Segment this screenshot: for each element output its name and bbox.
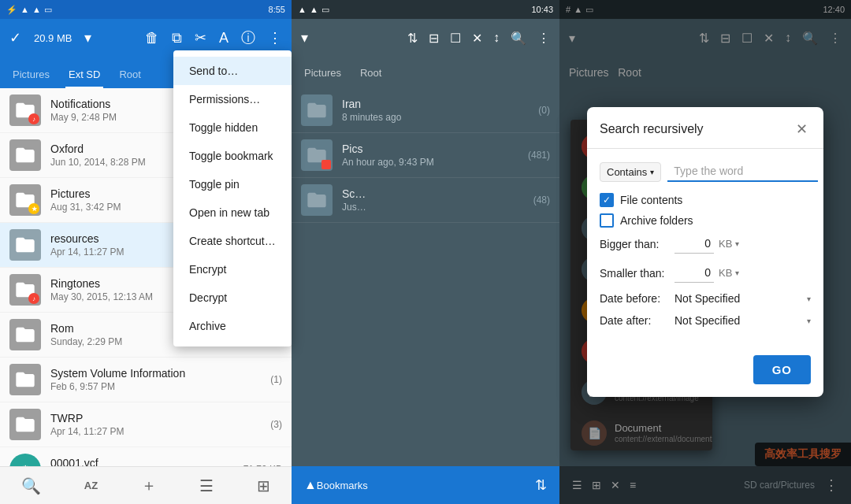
list-item-mid[interactable]: Pics An hour ago, 9:43 PM (481) bbox=[292, 133, 559, 178]
folder-icon bbox=[9, 319, 41, 350]
find-icon[interactable]: 🔍 bbox=[511, 31, 526, 46]
tab-pictures[interactable]: Pictures bbox=[9, 62, 53, 88]
folder-icon: ★ bbox=[9, 184, 41, 216]
smaller-than-label: Smaller than: bbox=[600, 267, 674, 280]
file-contents-row: ✓ File contents bbox=[600, 193, 811, 207]
file-name: System Volume Information bbox=[50, 367, 270, 380]
ctx-item-3[interactable]: Toggle bookmark bbox=[173, 142, 292, 170]
ctx-item-7[interactable]: Encrypt bbox=[173, 255, 292, 284]
file-contents-checkbox[interactable]: ✓ bbox=[600, 193, 614, 207]
bigger-dropdown-icon[interactable]: ▾ bbox=[735, 239, 739, 248]
file-name: TWRP bbox=[50, 412, 270, 424]
list-item[interactable]: ⚙ 00001.vcf Sep 1, 2014, 11:48 AM 71.70 … bbox=[0, 447, 292, 466]
grid-toggle-icon[interactable]: ⊟ bbox=[429, 31, 439, 46]
cut-icon[interactable]: ✂ bbox=[195, 29, 206, 46]
ctx-item-6[interactable]: Create shortcut… bbox=[173, 227, 292, 255]
list-view-icon[interactable]: ☰ bbox=[199, 476, 214, 495]
bottom-bar-left: 🔍 AZ ＋ ☰ ⊞ bbox=[0, 466, 292, 504]
smaller-than-input[interactable] bbox=[674, 263, 714, 283]
file-list-mid: Iran 8 minutes ago (0) Pics An hour ago,… bbox=[292, 88, 559, 466]
info-icon[interactable]: ⓘ bbox=[241, 28, 255, 47]
folder-icon bbox=[9, 409, 41, 440]
smaller-than-row: Smaller than: KB ▾ bbox=[600, 263, 811, 283]
date-before-row: Date before: Not Specified ▾ bbox=[600, 292, 811, 305]
context-menu: Send to…Permissions…Toggle hiddenToggle … bbox=[173, 50, 292, 346]
tab-bar-mid: Pictures Root bbox=[292, 57, 559, 88]
ctx-item-2[interactable]: Toggle hidden bbox=[173, 113, 292, 142]
dialog-overlay: Search recursively ✕ Contains ▾ ✓ File c… bbox=[559, 0, 851, 504]
bigger-than-label: Bigger than: bbox=[600, 238, 674, 250]
signal-icon-left: ▲ bbox=[32, 5, 41, 14]
az-sort-icon[interactable]: AZ bbox=[84, 480, 98, 491]
search-word-input[interactable] bbox=[667, 161, 818, 182]
copy-icon[interactable]: ⧉ bbox=[172, 30, 182, 46]
folder-icon bbox=[9, 229, 41, 261]
chevron-down-icon[interactable]: ▾ bbox=[301, 29, 308, 46]
list-item-mid[interactable]: Iran 8 minutes ago (0) bbox=[292, 88, 559, 133]
file-date: Apr 14, 11:27 PM bbox=[50, 426, 270, 437]
chevron-up-icon[interactable]: ▲ bbox=[304, 478, 317, 492]
list-item-mid[interactable]: Sc… Jus… (48) bbox=[292, 178, 559, 223]
text-format-icon[interactable]: A bbox=[219, 30, 229, 46]
bigger-than-input[interactable] bbox=[674, 234, 714, 254]
tab-root[interactable]: Root bbox=[116, 62, 143, 88]
bigger-than-unit: KB bbox=[719, 238, 732, 250]
dialog-footer: GO bbox=[587, 349, 823, 397]
archive-folders-label: Archive folders bbox=[620, 214, 693, 227]
delete-mid-icon[interactable]: ✕ bbox=[472, 31, 482, 46]
date-before-label: Date before: bbox=[600, 292, 674, 305]
ctx-item-4[interactable]: Toggle pin bbox=[173, 170, 292, 198]
right-panel: # ▲ ▭ 12:40 ▾ ⇅ ⊟ ☐ ✕ ↕ 🔍 ⋮ Pictures Roo… bbox=[559, 0, 851, 504]
more-mid-icon[interactable]: ⋮ bbox=[537, 31, 550, 46]
go-button[interactable]: GO bbox=[753, 355, 811, 384]
tab-mid-root[interactable]: Root bbox=[357, 61, 385, 85]
left-panel: ⚡ ▲ ▲ ▭ 8:55 ✓ 20.9 MB ▾ 🗑 ⧉ ✂ A ⓘ ⋮ Pic… bbox=[0, 0, 292, 504]
dropdown-icon[interactable]: ▾ bbox=[84, 29, 91, 46]
file-count: (1) bbox=[270, 374, 282, 385]
ctx-item-8[interactable]: Decrypt bbox=[173, 284, 292, 312]
more-icon[interactable]: ⋮ bbox=[268, 29, 282, 46]
dialog-close-button[interactable]: ✕ bbox=[792, 120, 811, 139]
search-dialog: Search recursively ✕ Contains ▾ ✓ File c… bbox=[587, 107, 823, 397]
archive-folders-checkbox[interactable] bbox=[600, 213, 614, 228]
reorder-icon[interactable]: ⇅ bbox=[535, 476, 547, 494]
sort-icon[interactable]: ⇅ bbox=[407, 31, 418, 46]
ctx-item-0[interactable]: Send to… bbox=[173, 57, 292, 85]
date-before-dropdown-icon[interactable]: ▾ bbox=[807, 295, 811, 303]
date-after-value: Not Specified bbox=[674, 314, 807, 327]
file-icon-vcf: ⚙ bbox=[9, 454, 41, 466]
date-after-dropdown-icon[interactable]: ▾ bbox=[807, 317, 811, 325]
folder-icon-mid bbox=[301, 94, 333, 126]
ctx-item-9[interactable]: Archive bbox=[173, 312, 292, 340]
middle-panel: ▲ ▲ ▭ 10:43 ▾ ⇅ ⊟ ☐ ✕ ↕ 🔍 ⋮ Pictures Roo… bbox=[292, 0, 559, 504]
folder-icon: ♪ bbox=[9, 274, 41, 306]
badge-yellow: ★ bbox=[28, 203, 39, 214]
search-bottom-icon[interactable]: 🔍 bbox=[21, 476, 41, 495]
wifi-icon-left: ▲ bbox=[20, 5, 29, 14]
wifi-icon-mid: ▲ bbox=[310, 5, 318, 14]
move-icon[interactable]: ↕ bbox=[493, 31, 500, 45]
check-icon[interactable]: ✓ bbox=[9, 29, 21, 46]
list-item[interactable]: TWRP Apr 14, 11:27 PM (3) bbox=[0, 402, 292, 447]
file-count: (3) bbox=[270, 419, 282, 430]
battery-icon-mid: ▭ bbox=[321, 5, 329, 15]
add-icon[interactable]: ＋ bbox=[141, 475, 157, 496]
tab-extsd[interactable]: Ext SD bbox=[65, 62, 103, 88]
list-item[interactable]: System Volume Information Feb 6, 9:57 PM… bbox=[0, 358, 292, 402]
select-icon[interactable]: ☐ bbox=[450, 31, 461, 46]
ctx-item-1[interactable]: Permissions… bbox=[173, 85, 292, 113]
dialog-title-bar: Search recursively ✕ bbox=[587, 107, 823, 149]
tab-mid-pictures[interactable]: Pictures bbox=[301, 61, 344, 85]
bluetooth-icon: ⚡ bbox=[6, 5, 17, 15]
status-bar-mid: ▲ ▲ ▭ 10:43 bbox=[292, 0, 559, 19]
ctx-item-5[interactable]: Open in new tab bbox=[173, 198, 292, 227]
delete-icon[interactable]: 🗑 bbox=[145, 30, 159, 46]
bookmarks-label: Bookmarks bbox=[317, 480, 368, 491]
file-name: 00001.vcf bbox=[50, 457, 243, 466]
badge: ♪ bbox=[28, 113, 39, 124]
contains-dropdown[interactable]: Contains ▾ bbox=[600, 162, 661, 182]
grid-view-icon[interactable]: ⊞ bbox=[257, 476, 270, 495]
time-mid: 10:43 bbox=[531, 5, 553, 14]
dropdown-arrow-icon: ▾ bbox=[650, 168, 654, 176]
smaller-dropdown-icon[interactable]: ▾ bbox=[735, 269, 739, 277]
